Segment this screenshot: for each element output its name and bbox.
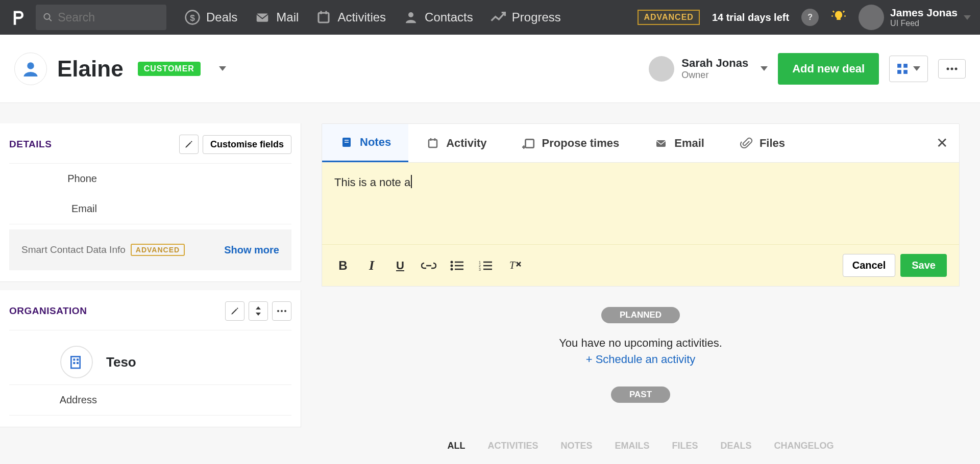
filter-activities[interactable]: ACTIVITIES	[487, 441, 538, 451]
svg-point-41	[451, 268, 453, 270]
organisation-title: ORGANISATION	[9, 305, 87, 317]
edit-details-button[interactable]	[179, 135, 199, 154]
person-icon	[402, 9, 420, 26]
clear-format-button[interactable]: T	[506, 257, 523, 274]
trial-text: 14 trial days left	[712, 12, 789, 23]
link-button[interactable]	[420, 257, 437, 274]
tab-activity[interactable]: Activity	[408, 124, 504, 162]
tab-files[interactable]: Files	[722, 124, 802, 162]
nav-mail[interactable]: Mail	[254, 9, 299, 26]
logo-icon[interactable]	[9, 9, 29, 26]
svg-point-21	[277, 310, 279, 312]
reorder-org-button[interactable]	[249, 301, 268, 321]
timeline-filters: ALL ACTIVITIES NOTES EMAILS FILES DEALS …	[322, 441, 960, 451]
schedule-activity-link[interactable]: + Schedule an activity	[586, 353, 696, 366]
nav-label: Activities	[337, 10, 386, 24]
numbered-list-button[interactable]: 123	[477, 257, 495, 274]
svg-text:3: 3	[479, 268, 481, 271]
nav-label: Progress	[512, 10, 561, 24]
filter-emails[interactable]: EMAILS	[615, 441, 649, 451]
chevron-down-icon[interactable]	[219, 66, 226, 71]
filter-all[interactable]: ALL	[447, 441, 465, 451]
avatar	[859, 5, 884, 30]
contact-avatar[interactable]	[14, 53, 47, 85]
save-button[interactable]: Save	[900, 254, 947, 277]
svg-rect-27	[73, 362, 75, 364]
email-row[interactable]: Email	[9, 194, 291, 224]
tips-icon[interactable]	[831, 10, 846, 25]
add-new-deal-button[interactable]: Add new deal	[778, 53, 879, 85]
help-icon[interactable]: ?	[801, 9, 819, 26]
bullet-list-button[interactable]	[449, 257, 466, 274]
cancel-button[interactable]: Cancel	[843, 254, 896, 277]
filter-notes[interactable]: NOTES	[560, 441, 592, 451]
search-input-wrap[interactable]	[36, 5, 166, 30]
layout-button[interactable]	[889, 56, 928, 82]
contact-header: Elaine CUSTOMER Sarah Jonas Owner Add ne…	[0, 35, 980, 103]
tab-propose-times[interactable]: Propose times	[504, 124, 637, 162]
grid-icon	[897, 63, 908, 74]
planned-pill: PLANNED	[601, 307, 680, 323]
org-more-button[interactable]	[272, 301, 291, 321]
svg-text:$: $	[190, 13, 195, 23]
address-row[interactable]: Address	[9, 384, 291, 416]
svg-point-22	[281, 310, 283, 312]
filter-files[interactable]: FILES	[672, 441, 698, 451]
calendar-plus-icon	[522, 136, 536, 150]
filter-deals[interactable]: DEALS	[721, 441, 752, 451]
edit-org-button[interactable]	[225, 301, 244, 321]
empty-activities-msg: You have no upcoming activities.	[322, 337, 960, 350]
svg-point-23	[284, 310, 286, 312]
underline-button[interactable]: U	[391, 257, 409, 274]
nav-activities[interactable]: Activities	[315, 9, 386, 26]
owner-role: Owner	[681, 70, 748, 81]
user-name: James Jonas	[890, 7, 958, 19]
calendar-icon	[426, 136, 440, 150]
details-card: DETAILS Customise fields Phone Email Sma…	[0, 123, 301, 282]
nav-progress[interactable]: Progress	[489, 9, 561, 26]
customise-fields-button[interactable]: Customise fields	[203, 135, 291, 154]
svg-point-39	[451, 261, 453, 263]
customer-badge: CUSTOMER	[138, 62, 201, 76]
svg-text:T: T	[509, 260, 516, 271]
advanced-pill: ADVANCED	[131, 244, 185, 256]
show-more-link[interactable]: Show more	[224, 244, 279, 256]
svg-rect-5	[318, 13, 329, 22]
owner-avatar	[649, 56, 674, 82]
editor-toolbar: B I U 123 T Cancel Save	[322, 244, 959, 286]
note-textarea[interactable]: This is a note a	[322, 163, 959, 244]
building-icon	[60, 346, 93, 378]
note-text: This is a note a	[334, 176, 410, 189]
tab-notes[interactable]: Notes	[322, 124, 408, 162]
italic-button[interactable]: I	[363, 257, 380, 274]
owner-block[interactable]: Sarah Jonas Owner	[649, 56, 768, 82]
more-actions-button[interactable]	[938, 59, 966, 79]
details-title: DETAILS	[9, 139, 52, 150]
org-row[interactable]: Teso	[9, 330, 291, 384]
filter-changelog[interactable]: CHANGELOG	[774, 441, 834, 451]
tab-label: Files	[760, 137, 785, 150]
current-user[interactable]: James Jonas UI Feed	[859, 5, 971, 30]
close-editor-button[interactable]: ✕	[936, 135, 948, 151]
tab-label: Email	[674, 137, 704, 150]
tab-email[interactable]: Email	[636, 124, 722, 162]
nav-deals[interactable]: $ Deals	[184, 9, 237, 26]
phone-label: Phone	[15, 173, 97, 185]
timeline: PLANNED You have no upcoming activities.…	[322, 287, 960, 451]
svg-rect-24	[71, 356, 80, 368]
search-icon	[43, 12, 53, 23]
user-role: UI Feed	[890, 19, 958, 28]
svg-rect-14	[897, 64, 901, 68]
phone-row[interactable]: Phone	[9, 164, 291, 194]
nav-contacts[interactable]: Contacts	[402, 9, 473, 26]
mail-icon	[654, 136, 668, 150]
calendar-icon	[315, 9, 332, 26]
smart-contact-box: Smart Contact Data Info ADVANCED Show mo…	[9, 229, 291, 270]
search-input[interactable]	[58, 11, 159, 24]
bold-button[interactable]: B	[334, 257, 352, 274]
advanced-badge: ADVANCED	[638, 10, 699, 25]
tab-label: Propose times	[542, 137, 620, 150]
ellipsis-icon	[277, 310, 287, 313]
topbar-right: ADVANCED 14 trial days left ? James Jona…	[638, 5, 971, 30]
nav-label: Mail	[276, 10, 299, 24]
